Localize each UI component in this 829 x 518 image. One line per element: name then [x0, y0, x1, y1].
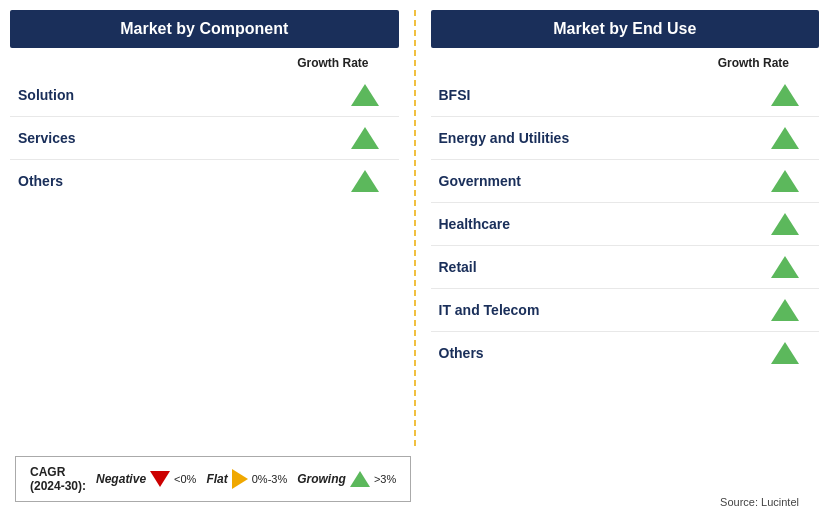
item-label: Solution [18, 87, 74, 103]
negative-label: Negative [96, 472, 146, 486]
item-label: Retail [439, 259, 477, 275]
right-items-list: BFSIEnergy and UtilitiesGovernmentHealth… [431, 74, 820, 446]
legend-container: CAGR (2024-30): Negative <0% Flat 0%-3% … [10, 446, 426, 510]
right-panel: Market by End Use Growth Rate BFSIEnergy… [421, 10, 820, 446]
legend-flat: Flat 0%-3% [206, 469, 287, 489]
legend-cagr: CAGR (2024-30): [30, 465, 86, 493]
arrow-up-icon [771, 213, 799, 235]
arrow-up-icon [771, 256, 799, 278]
table-row: Solution [10, 74, 399, 117]
table-row: BFSI [431, 74, 820, 117]
flat-label: Flat [206, 472, 227, 486]
arrow-up-sm-icon [350, 471, 370, 487]
flat-range: 0%-3% [252, 473, 287, 485]
table-row: Healthcare [431, 203, 820, 246]
table-row: Services [10, 117, 399, 160]
legend-negative: Negative <0% [96, 471, 196, 487]
panel-divider [414, 10, 416, 446]
item-label: Government [439, 173, 521, 189]
table-row: Energy and Utilities [431, 117, 820, 160]
arrow-right-icon [232, 469, 248, 489]
arrow-up-icon [771, 299, 799, 321]
right-title: Market by End Use [431, 10, 820, 48]
arrow-up-icon [351, 84, 379, 106]
legend-growing: Growing >3% [297, 471, 396, 487]
item-label: Others [439, 345, 484, 361]
table-row: IT and Telecom [431, 289, 820, 332]
legend: CAGR (2024-30): Negative <0% Flat 0%-3% … [15, 456, 411, 502]
left-growth-rate-label: Growth Rate [297, 56, 368, 70]
item-label: Others [18, 173, 63, 189]
arrow-up-icon [351, 170, 379, 192]
arrow-up-icon [771, 84, 799, 106]
table-row: Government [431, 160, 820, 203]
source-container: Source: Lucintel [426, 492, 819, 510]
bottom-area: CAGR (2024-30): Negative <0% Flat 0%-3% … [0, 446, 829, 518]
source-text: Source: Lucintel [720, 494, 819, 512]
negative-range: <0% [174, 473, 196, 485]
arrow-down-icon [150, 471, 170, 487]
right-growth-rate-label: Growth Rate [718, 56, 789, 70]
growing-range: >3% [374, 473, 396, 485]
arrow-up-icon [771, 170, 799, 192]
arrow-up-icon [771, 342, 799, 364]
left-title: Market by Component [10, 10, 399, 48]
left-panel: Market by Component Growth Rate Solution… [10, 10, 409, 446]
item-label: Energy and Utilities [439, 130, 570, 146]
item-label: IT and Telecom [439, 302, 540, 318]
table-row: Retail [431, 246, 820, 289]
item-label: BFSI [439, 87, 471, 103]
item-label: Services [18, 130, 76, 146]
left-items-list: SolutionServicesOthers [10, 74, 399, 446]
item-label: Healthcare [439, 216, 511, 232]
table-row: Others [431, 332, 820, 374]
growing-label: Growing [297, 472, 346, 486]
arrow-up-icon [771, 127, 799, 149]
table-row: Others [10, 160, 399, 202]
arrow-up-icon [351, 127, 379, 149]
